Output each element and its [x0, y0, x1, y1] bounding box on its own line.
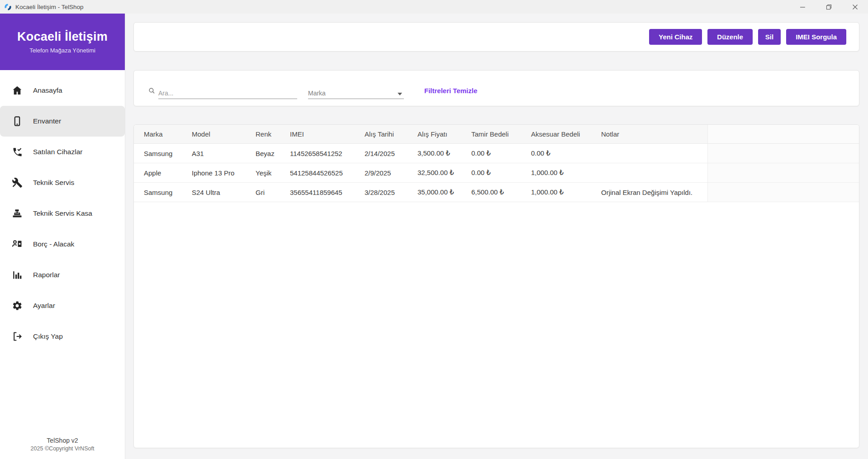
- bar-chart-icon: [11, 270, 23, 281]
- window-title: Kocaeli İletişim - TelShop: [15, 4, 789, 10]
- sidebar-item-raporlar[interactable]: Raporlar: [0, 260, 125, 290]
- person-money-icon: [11, 239, 23, 250]
- header-filler: [708, 125, 859, 143]
- search-input[interactable]: [158, 87, 297, 99]
- cell-marka: Samsung: [144, 189, 192, 196]
- sidebar-item-cikis-yap[interactable]: Çıkış Yap: [0, 321, 125, 352]
- sidebar-item-teknik-servis-kasa[interactable]: Teknik Servis Kasa: [0, 198, 125, 229]
- cell-alis-fiyati: 3,500.00 ₺: [417, 149, 471, 157]
- row-filler: [708, 183, 859, 202]
- smartphone-icon: [11, 116, 23, 127]
- sidebar: Kocaeli İletişim Telefon Mağaza Yönetimi…: [0, 14, 125, 459]
- sidebar-item-ayarlar[interactable]: Ayarlar: [0, 290, 125, 321]
- cell-notlar: Orjinal Ekran Değişimi Yapıldı.: [601, 183, 708, 202]
- sidebar-item-label: Satılan Cihazlar: [33, 148, 82, 156]
- minimize-button[interactable]: [789, 0, 816, 14]
- clear-filters-link[interactable]: Filtreleri Temizle: [424, 87, 477, 95]
- cell-tamir-bedeli: 6,500.00 ₺: [471, 188, 531, 196]
- cell-tamir-bedeli: 0.00 ₺: [471, 169, 531, 177]
- column-header-alis-fiyati[interactable]: Alış Fiyatı: [417, 130, 471, 138]
- cell-marka: Samsung: [144, 150, 192, 157]
- app-version: TelShop v2: [0, 437, 125, 444]
- sidebar-item-label: Ayarlar: [33, 302, 55, 310]
- cell-aksesuar-bedeli: 0.00 ₺: [531, 149, 601, 157]
- sidebar-item-label: Anasayfa: [33, 86, 62, 95]
- sidebar-item-teknik-servis[interactable]: Teknik Servis: [0, 167, 125, 198]
- row-filler: [708, 144, 859, 163]
- restore-icon: [826, 4, 832, 10]
- cell-notlar: [601, 163, 708, 182]
- cell-alis-tarihi: 2/9/2025: [365, 169, 417, 177]
- sidebar-item-label: Çıkış Yap: [33, 332, 63, 341]
- search-icon: [148, 87, 156, 96]
- cell-imei: 35655411859645: [290, 189, 365, 196]
- table-row[interactable]: Samsung S24 Ultra Gri 35655411859645 3/2…: [134, 183, 859, 202]
- close-button[interactable]: [842, 0, 868, 14]
- cell-marka: Apple: [144, 169, 192, 177]
- cell-renk: Yeşik: [256, 169, 290, 177]
- cell-aksesuar-bedeli: 1,000.00 ₺: [531, 169, 601, 177]
- duzenle-button[interactable]: Düzenle: [707, 29, 753, 45]
- tools-icon: [11, 177, 23, 189]
- yeni-cihaz-button[interactable]: Yeni Cihaz: [649, 29, 702, 45]
- cell-model: Iphone 13 Pro: [192, 169, 256, 177]
- marka-select-value: Marka: [308, 90, 326, 97]
- cell-imei: 54125844526525: [290, 169, 365, 177]
- column-header-notlar[interactable]: Notlar: [601, 125, 708, 143]
- cell-alis-tarihi: 2/14/2025: [365, 150, 417, 157]
- cell-aksesuar-bedeli: 1,000.00 ₺: [531, 188, 601, 196]
- caret-down-icon: [398, 89, 402, 97]
- sidebar-item-label: Borç - Alacak: [33, 240, 74, 248]
- column-header-aksesuar-bedeli[interactable]: Aksesuar Bedeli: [531, 130, 601, 138]
- column-header-alis-tarihi[interactable]: Alış Tarihi: [365, 130, 417, 138]
- brand-subtitle: Telefon Mağaza Yönetimi: [29, 47, 95, 54]
- column-header-model[interactable]: Model: [192, 130, 256, 138]
- sidebar-item-label: Teknik Servis Kasa: [33, 209, 92, 218]
- cell-tamir-bedeli: 0.00 ₺: [471, 149, 531, 157]
- cell-model: A31: [192, 150, 256, 157]
- sidebar-item-label: Raporlar: [33, 271, 60, 279]
- cell-alis-tarihi: 3/28/2025: [365, 189, 417, 196]
- table-header-row: Marka Model Renk IMEI Alış Tarihi Alış F…: [134, 125, 859, 144]
- close-icon: [852, 4, 858, 10]
- cell-imei: 11452658541252: [290, 150, 365, 157]
- row-filler: [708, 163, 859, 182]
- brand-title: Kocaeli İletişim: [17, 30, 108, 44]
- window-titlebar: Kocaeli İletişim - TelShop: [0, 0, 868, 14]
- table-row[interactable]: Apple Iphone 13 Pro Yeşik 54125844526525…: [134, 163, 859, 183]
- sidebar-item-label: Envanter: [33, 117, 61, 125]
- marka-select[interactable]: Marka: [308, 87, 404, 99]
- copyright: 2025 ©Copyright VrNSoft: [0, 445, 125, 452]
- minimize-icon: [800, 4, 806, 10]
- sidebar-item-label: Teknik Servis: [33, 179, 74, 187]
- column-header-renk[interactable]: Renk: [256, 130, 290, 138]
- cash-register-icon: [11, 208, 23, 219]
- gear-icon: [11, 300, 23, 312]
- home-icon: [11, 85, 23, 96]
- column-header-tamir-bedeli[interactable]: Tamir Bedeli: [471, 130, 531, 138]
- table-row[interactable]: Samsung A31 Beyaz 11452658541252 2/14/20…: [134, 144, 859, 163]
- cell-alis-fiyati: 32,500.00 ₺: [417, 169, 471, 177]
- column-header-imei[interactable]: IMEI: [290, 130, 365, 138]
- sidebar-item-satilan-cihazlar[interactable]: Satılan Cihazlar: [0, 137, 125, 167]
- search-field: [148, 87, 297, 99]
- cell-renk: Gri: [256, 189, 290, 196]
- sidebar-nav: Anasayfa Envanter Satılan Cihazlar: [0, 75, 125, 352]
- cell-model: S24 Ultra: [192, 189, 256, 196]
- sil-button[interactable]: Sil: [758, 29, 781, 45]
- main-content: Yeni Cihaz Düzenle Sil IMEI Sorgula Mark…: [125, 14, 868, 459]
- filter-bar: Marka Filtreleri Temizle: [133, 70, 859, 106]
- restore-button[interactable]: [816, 0, 842, 14]
- sidebar-footer: TelShop v2 2025 ©Copyright VrNSoft: [0, 437, 125, 452]
- sidebar-item-envanter[interactable]: Envanter: [0, 106, 125, 137]
- cell-alis-fiyati: 35,000.00 ₺: [417, 188, 471, 196]
- brand-header: Kocaeli İletişim Telefon Mağaza Yönetimi: [0, 14, 125, 70]
- cell-notlar: [601, 144, 708, 163]
- sidebar-item-borc-alacak[interactable]: Borç - Alacak: [0, 229, 125, 260]
- sidebar-item-anasayfa[interactable]: Anasayfa: [0, 75, 125, 106]
- phone-check-icon: [11, 147, 23, 158]
- column-header-marka[interactable]: Marka: [144, 130, 192, 138]
- logout-icon: [11, 331, 23, 342]
- imei-sorgula-button[interactable]: IMEI Sorgula: [786, 29, 846, 45]
- action-toolbar: Yeni Cihaz Düzenle Sil IMEI Sorgula: [133, 22, 859, 52]
